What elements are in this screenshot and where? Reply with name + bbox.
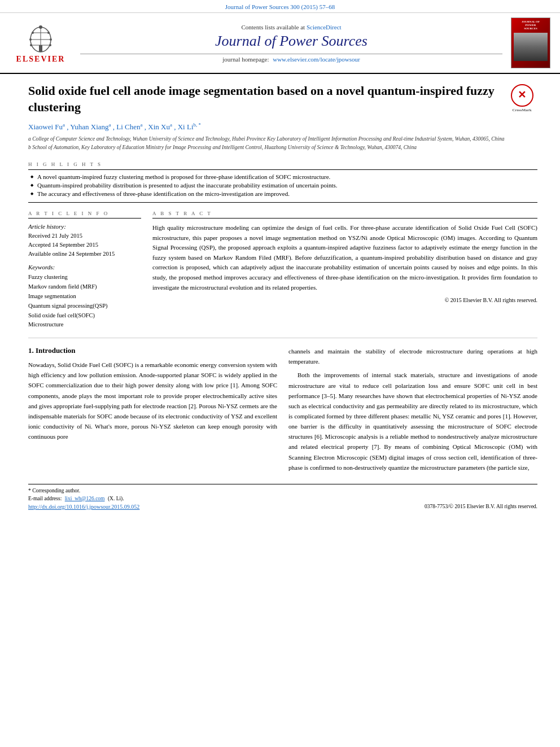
paper-title: Solid oxide fuel cell anode image segmen… xyxy=(28,83,537,115)
history-title: Article history: xyxy=(28,223,141,230)
email-line: E-mail address: lixi_wh@126.com (X. Li). xyxy=(28,496,537,501)
svg-point-7 xyxy=(29,38,32,41)
article-info-col: A R T I C L E I N F O Article history: R… xyxy=(28,211,141,330)
svg-point-8 xyxy=(50,38,52,41)
keywords-section: Keywords: Fuzzy clustering Markov random… xyxy=(28,264,141,330)
affiliations: a College of Computer Science and Techno… xyxy=(28,136,537,152)
header-divider xyxy=(80,54,502,54)
abstract-col: A B S T R A C T High quality microstruct… xyxy=(152,211,537,330)
authors-line: Xiaowei Fua , Yuhan Xianga , Li Chena , … xyxy=(28,122,537,132)
keyword-2: Markov random field (MRF) xyxy=(28,282,141,292)
intro-body-left: Nowadays, Solid Oxide Fuel Cell (SOFC) i… xyxy=(28,360,277,442)
elsevier-logo: ELSEVIER xyxy=(16,23,65,64)
received-date: Received 21 July 2015 xyxy=(28,231,141,241)
svg-point-10 xyxy=(47,32,50,34)
journal-cover: JOURNAL OFPOWERSOURCES xyxy=(508,18,553,68)
svg-point-6 xyxy=(39,25,42,29)
email-link[interactable]: lixi_wh@126.com xyxy=(65,496,105,501)
keyword-1: Fuzzy clustering xyxy=(28,273,141,282)
accepted-date: Accepted 14 September 2015 xyxy=(28,241,141,250)
issn-text: 0378-7753/© 2015 Elsevier B.V. All right… xyxy=(425,504,537,509)
article-history: Article history: Received 21 July 2015 A… xyxy=(28,223,141,258)
corresponding-author-note: * Corresponding author. xyxy=(28,488,537,493)
elsevier-wordmark: ELSEVIER xyxy=(16,55,65,64)
doi-link[interactable]: http://dx.doi.org/10.1016/j.jpowsour.201… xyxy=(28,504,139,510)
intro-col-right: channels and maintain the stability of e… xyxy=(288,346,537,476)
journal-header-center: Contents lists available at ScienceDirec… xyxy=(75,18,508,68)
author-3: , Li Chen xyxy=(113,123,141,132)
keyword-6: Microstructure xyxy=(28,320,141,330)
affiliation-b: b School of Automation, Key Laboratory o… xyxy=(28,144,537,151)
footer: * Corresponding author. E-mail address: … xyxy=(28,484,537,510)
svg-point-12 xyxy=(49,44,51,46)
intro-heading: 1. Introduction xyxy=(28,346,277,355)
intro-col-left: 1. Introduction Nowadays, Solid Oxide Fu… xyxy=(28,346,277,476)
journal-header: ELSEVIER Contents lists available at Sci… xyxy=(0,13,560,74)
homepage-line: journal homepage: www.elsevier.com/locat… xyxy=(222,56,360,63)
cover-graphic xyxy=(514,33,548,61)
keywords-title: Keywords: xyxy=(28,264,141,270)
copyright-line: © 2015 Elsevier B.V. All rights reserved… xyxy=(152,296,537,305)
main-content: Solid oxide fuel cell anode image segmen… xyxy=(0,74,560,516)
journal-reference-bar: Journal of Power Sources 300 (2015) 57–6… xyxy=(0,0,560,13)
article-info-abstract-row: A R T I C L E I N F O Article history: R… xyxy=(28,211,537,330)
highlights-label: H I G H L I G H T S xyxy=(28,158,537,167)
highlight-1: A novel quantum-inspired fuzzy clusterin… xyxy=(30,173,537,180)
section-divider xyxy=(28,338,537,338)
keyword-4: Quantum signal processing(QSP) xyxy=(28,302,141,311)
abstract-label: A B S T R A C T xyxy=(152,211,537,219)
intro-body-right: channels and maintain the stability of e… xyxy=(288,346,537,473)
author-5: , Xi Li xyxy=(174,123,193,132)
highlight-3: The accuracy and effectiveness of three-… xyxy=(30,190,537,197)
available-date: Available online 24 September 2015 xyxy=(28,250,141,259)
journal-title: Journal of Power Sources xyxy=(215,33,368,50)
contents-line: Contents lists available at ScienceDirec… xyxy=(241,24,341,30)
svg-point-11 xyxy=(30,44,32,46)
keyword-5: Solid oxide fuel cell(SOFC) xyxy=(28,311,141,321)
article-info-label: A R T I C L E I N F O xyxy=(28,211,141,219)
highlights-list: A novel quantum-inspired fuzzy clusterin… xyxy=(28,173,537,197)
journal-cover-image: JOURNAL OFPOWERSOURCES xyxy=(511,18,550,68)
affiliation-a: a College of Computer Science and Techno… xyxy=(28,136,537,143)
keyword-3: Image segmentation xyxy=(28,292,141,302)
highlights-box: A novel quantum-inspired fuzzy clusterin… xyxy=(28,169,537,203)
author-1: Xiaowei Fu xyxy=(28,123,63,132)
footer-bottom: http://dx.doi.org/10.1016/j.jpowsour.201… xyxy=(28,504,537,510)
author-4: , Xin Xu xyxy=(145,123,170,132)
journal-reference-text: Journal of Power Sources 300 (2015) 57–6… xyxy=(225,3,335,10)
svg-point-9 xyxy=(32,32,34,34)
homepage-link[interactable]: www.elsevier.com/locate/jpowsour xyxy=(273,56,360,63)
author-2: , Yuhan Xiang xyxy=(67,123,108,132)
abstract-text: High quality microstructure modeling can… xyxy=(152,223,537,305)
introduction-section: 1. Introduction Nowadays, Solid Oxide Fu… xyxy=(28,346,537,476)
elsevier-branding: ELSEVIER xyxy=(7,18,75,68)
sciencedirect-link[interactable]: ScienceDirect xyxy=(307,24,342,30)
highlight-2: Quantum-inspired probability distributio… xyxy=(30,182,537,189)
crossmark-badge: ✕ CrossMark xyxy=(506,83,537,114)
